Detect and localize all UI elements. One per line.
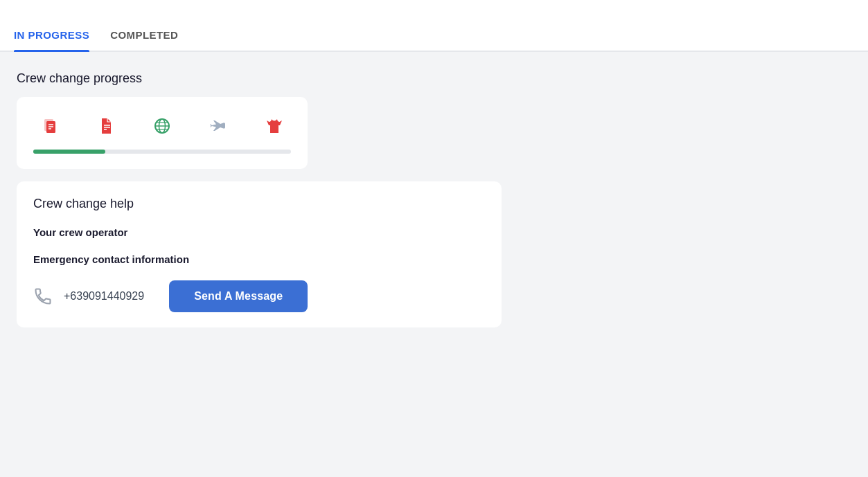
emergency-contact-label: Emergency contact information bbox=[33, 253, 485, 265]
globe-icon bbox=[148, 112, 176, 140]
main-content: Crew change progress bbox=[0, 52, 868, 477]
help-card: Crew change help Your crew operator Emer… bbox=[17, 181, 502, 327]
tab-completed[interactable]: COMPLETED bbox=[110, 29, 178, 51]
plane-icon bbox=[204, 112, 232, 140]
tabs-bar: IN PROGRESS COMPLETED bbox=[0, 0, 868, 52]
file-icon bbox=[92, 112, 120, 140]
send-message-button[interactable]: Send A Message bbox=[169, 280, 308, 312]
contact-row: +639091440929 Send A Message bbox=[33, 280, 485, 312]
tab-in-progress[interactable]: IN PROGRESS bbox=[14, 29, 89, 51]
progress-bar-fill bbox=[33, 150, 105, 154]
crew-operator-label: Your crew operator bbox=[33, 226, 485, 238]
help-card-title: Crew change help bbox=[33, 197, 485, 211]
shirt-icon bbox=[260, 112, 288, 140]
progress-icons-row bbox=[33, 112, 291, 140]
progress-section-title: Crew change progress bbox=[17, 71, 851, 86]
phone-icon bbox=[33, 287, 53, 306]
progress-card bbox=[17, 97, 308, 169]
documents-icon bbox=[36, 112, 64, 140]
progress-bar-track bbox=[33, 150, 291, 154]
phone-number: +639091440929 bbox=[64, 290, 144, 303]
